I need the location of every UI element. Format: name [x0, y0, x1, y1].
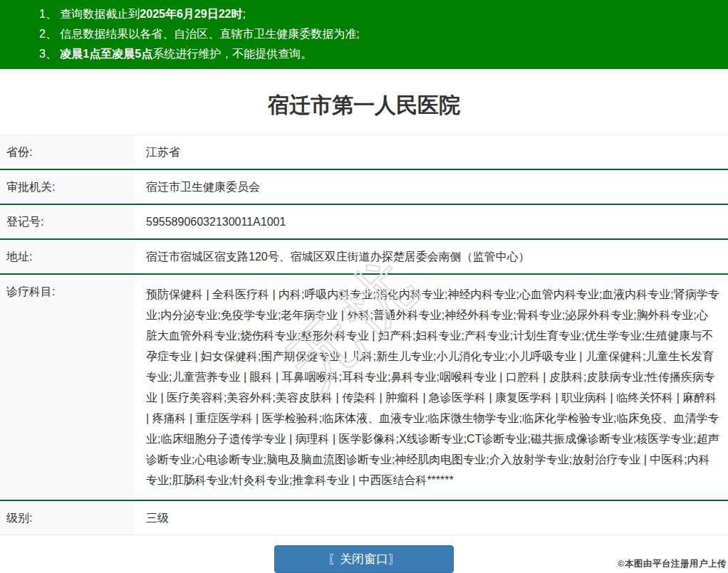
notice-text: ; [242, 8, 245, 20]
notice-number: 3、 [39, 48, 60, 60]
notice-number: 1、 [39, 8, 60, 20]
page-title: 宿迁市第一人民医院 [0, 91, 728, 120]
notice-text: 信息数据结果以各省、自治区、直辖市卫生健康委数据为准; [60, 28, 359, 40]
row-label: 审批机关: [0, 170, 135, 204]
uploader-attribution: ©本图由平台注册用户上传 [618, 558, 727, 570]
row-value: 预防保健科 | 全科医疗科 | 内科;呼吸内科专业;消化内科专业;神经内科专业;… [135, 275, 728, 500]
notice-line-2: 2、 信息数据结果以各省、自治区、直辖市卫生健康委数据为准; [39, 24, 721, 44]
row-label: 省份: [0, 135, 135, 169]
table-row-registration-number: 登记号: 59558906032130011A1001 [0, 205, 728, 240]
row-value: 宿迁市卫生健康委员会 [135, 170, 728, 204]
table-row-province: 省份: 江苏省 [0, 135, 728, 170]
notice-text: 查询数据截止到 [60, 8, 140, 20]
notice-bold-text: 凌晨1点至凌晨5点 [60, 48, 152, 60]
notice-banner: 1、 查询数据截止到2025年6月29日22时; 2、 信息数据结果以各省、自治… [0, 0, 728, 69]
hospital-details-table: 省份: 江苏省 审批机关: 宿迁市卫生健康委员会 登记号: 5955890603… [0, 135, 728, 535]
query-result-page: 1、 查询数据截止到2025年6月29日22时; 2、 信息数据结果以各省、自治… [0, 0, 728, 573]
row-label: 登记号: [0, 205, 135, 238]
table-row-diagnosis-subjects: 诊疗科目: 预防保健科 | 全科医疗科 | 内科;呼吸内科专业;消化内科专业;神… [0, 275, 728, 501]
notice-number: 2、 [39, 28, 60, 40]
notice-line-1: 1、 查询数据截止到2025年6月29日22时; [39, 4, 721, 24]
row-value: 宿迁市宿城区宿支路120号、宿城区双庄街道办探楚居委会南侧（监管中心） [135, 240, 728, 273]
notice-text: 系统进行维护，不能提供查询。 [152, 48, 312, 60]
row-label: 级别: [0, 501, 135, 535]
table-row-level: 级别: 三级 [0, 501, 728, 535]
row-label: 地址: [0, 240, 135, 273]
notice-bold-text: 2025年6月29日22时 [140, 8, 242, 20]
table-row-approval-authority: 审批机关: 宿迁市卫生健康委员会 [0, 170, 728, 205]
row-value: 59558906032130011A1001 [135, 205, 728, 238]
notice-line-3: 3、 凌晨1点至凌晨5点系统进行维护，不能提供查询。 [39, 44, 721, 64]
row-value: 三级 [135, 501, 728, 535]
close-window-button[interactable]: 〖关闭窗口〗 [274, 545, 454, 573]
row-value: 江苏省 [135, 135, 728, 169]
row-label: 诊疗科目: [0, 275, 135, 500]
table-row-address: 地址: 宿迁市宿城区宿支路120号、宿城区双庄街道办探楚居委会南侧（监管中心） [0, 240, 728, 275]
